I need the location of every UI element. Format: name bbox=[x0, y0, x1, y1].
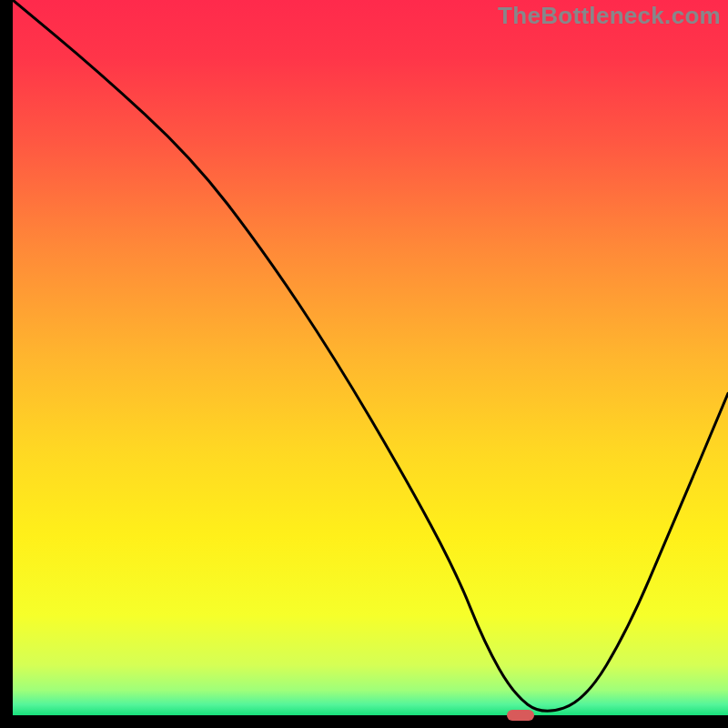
plot-background bbox=[13, 0, 728, 715]
plot-svg bbox=[13, 0, 728, 715]
optimal-marker bbox=[507, 710, 534, 721]
watermark-label: TheBottleneck.com bbox=[498, 2, 721, 30]
plot-area bbox=[13, 0, 728, 715]
